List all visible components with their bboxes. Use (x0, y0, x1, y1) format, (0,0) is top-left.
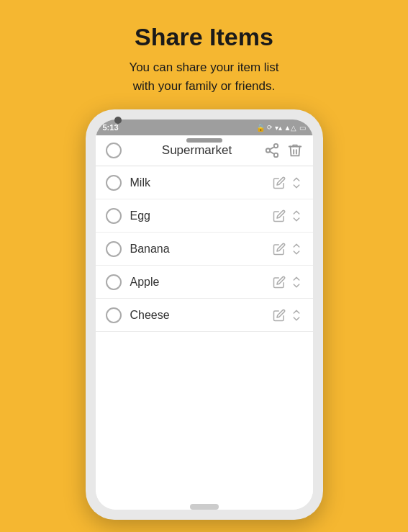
battery-icon: ▭ (299, 124, 306, 132)
page-title: Share Items (129, 23, 278, 51)
edit-icon-banana[interactable] (273, 243, 286, 256)
camera-dot (114, 117, 122, 124)
reorder-icon-banana[interactable] (290, 243, 303, 256)
list-item: Apple (96, 266, 313, 299)
item-checkbox-banana[interactable] (106, 241, 122, 257)
svg-line-4 (269, 147, 273, 150)
item-actions-milk (273, 176, 303, 189)
edit-icon-egg[interactable] (273, 209, 286, 222)
item-actions-cheese (273, 309, 303, 322)
share-icon[interactable] (264, 143, 280, 158)
item-actions-banana (273, 243, 303, 256)
item-label-apple: Apple (130, 276, 273, 289)
reorder-icon-milk[interactable] (290, 176, 303, 189)
signal-icon: ▲△ (284, 124, 297, 132)
item-actions-egg (273, 209, 303, 222)
list-item: Egg (96, 199, 313, 233)
sync-icon: ⟳ (267, 124, 273, 131)
list-title: Supermarket (130, 143, 264, 158)
reorder-icon-egg[interactable] (290, 209, 303, 222)
lock-icon: 🔒 (256, 124, 265, 132)
delete-icon[interactable] (287, 143, 303, 158)
reorder-icon-apple[interactable] (290, 276, 303, 289)
item-checkbox-apple[interactable] (106, 274, 122, 290)
item-label-banana: Banana (130, 243, 273, 256)
wifi-icon: ▾▴ (275, 124, 282, 132)
speaker-slot (186, 138, 222, 143)
edit-icon-cheese[interactable] (273, 309, 286, 322)
phone-shell: 5:13 🔒 ⟳ ▾▴ ▲△ ▭ Supermarket (86, 109, 323, 520)
item-label-egg: Egg (130, 209, 273, 222)
item-actions-apple (273, 276, 303, 289)
item-checkbox-cheese[interactable] (106, 307, 122, 323)
empty-space (96, 332, 313, 510)
edit-icon-apple[interactable] (273, 276, 286, 289)
item-list: Milk Egg (96, 166, 313, 332)
home-button[interactable] (190, 504, 219, 510)
item-label-milk: Milk (130, 176, 273, 189)
status-time: 5:13 (103, 123, 119, 132)
list-item: Banana (96, 233, 313, 266)
svg-line-3 (269, 151, 273, 154)
phone-screen: 5:13 🔒 ⟳ ▾▴ ▲△ ▭ Supermarket (96, 120, 313, 510)
list-item: Cheese (96, 299, 313, 332)
list-item: Milk (96, 166, 313, 199)
item-checkbox-milk[interactable] (106, 175, 122, 191)
page-header: Share Items You can share your item list… (100, 0, 307, 109)
header-checkbox[interactable] (106, 143, 122, 158)
page-subtitle: You can share your item listwith your fa… (129, 58, 278, 95)
header-actions (264, 143, 303, 158)
reorder-icon-cheese[interactable] (290, 309, 303, 322)
item-checkbox-egg[interactable] (106, 208, 122, 224)
status-icons: 🔒 ⟳ ▾▴ ▲△ ▭ (256, 124, 306, 132)
edit-icon-milk[interactable] (273, 176, 286, 189)
item-label-cheese: Cheese (130, 309, 273, 322)
